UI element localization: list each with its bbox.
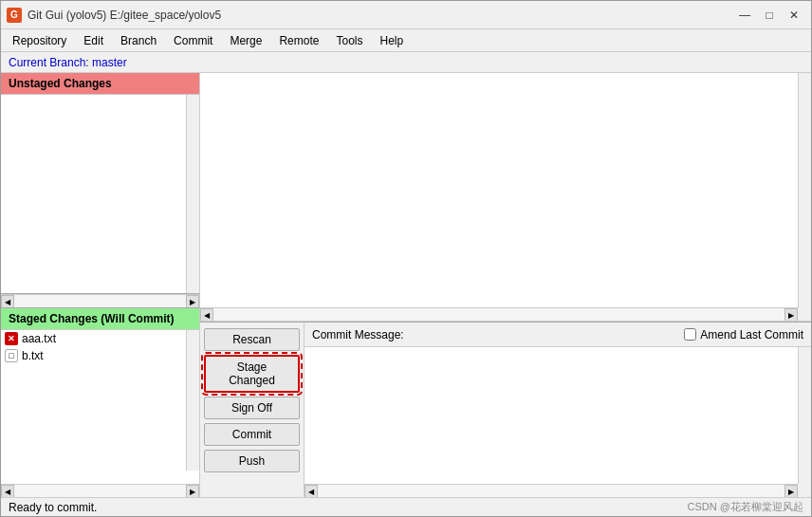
file-icon-modified: ✕ — [5, 332, 18, 345]
cm-scroll-left[interactable]: ◀ — [304, 485, 318, 497]
buttons-panel: Rescan Stage Changed Sign Off Commit Pus… — [200, 323, 304, 497]
watermark: CSDN @花若柳棠迎风起 — [688, 500, 803, 514]
file-name: b.txt — [22, 349, 44, 362]
commit-message-header: Commit Message: Amend Last Commit — [304, 323, 811, 347]
menu-item-merge[interactable]: Merge — [222, 32, 269, 49]
unstaged-section: Unstaged Changes ◀ ▶ — [1, 73, 199, 307]
diff-scroll-right[interactable]: ▶ — [784, 308, 798, 322]
window-title: Git Gui (yolov5) E:/gitee_space/yolov5 — [28, 9, 221, 22]
menu-item-commit[interactable]: Commit — [166, 32, 220, 49]
staged-file-list[interactable]: ✕ aaa.txt □ b.txt — [1, 330, 199, 484]
status-bar: Ready to commit. CSDN @花若柳棠迎风起 — [1, 497, 811, 516]
menu-item-help[interactable]: Help — [372, 32, 411, 49]
diff-content[interactable] — [200, 73, 798, 307]
scroll-right-arrow-staged[interactable]: ▶ — [186, 485, 199, 497]
branch-bar: Current Branch: master — [1, 52, 811, 73]
app-icon: G — [7, 8, 22, 23]
status-text: Ready to commit. — [9, 501, 97, 514]
diff-h-track — [213, 308, 784, 322]
push-button[interactable]: Push — [204, 450, 300, 472]
diff-scrollbar-h[interactable]: ◀ ▶ — [200, 307, 798, 321]
menu-item-branch[interactable]: Branch — [113, 32, 164, 49]
unstaged-scrollbar-h[interactable]: ◀ ▶ — [1, 294, 199, 307]
menu-item-tools[interactable]: Tools — [328, 32, 370, 49]
scroll-left-arrow-staged[interactable]: ◀ — [1, 485, 14, 497]
staged-scrollbar-h[interactable]: ◀ ▶ — [1, 484, 199, 497]
unstaged-header: Unstaged Changes — [1, 73, 199, 95]
diff-scroll-left[interactable]: ◀ — [200, 308, 213, 322]
staged-scrollbar-v[interactable] — [186, 330, 199, 471]
cm-h-track — [318, 485, 784, 497]
left-panel: Unstaged Changes ◀ ▶ Staged Changes (Wil… — [1, 73, 200, 497]
diff-scrollbar-v[interactable] — [798, 73, 811, 307]
cm-scrollbar-h[interactable]: ◀ ▶ — [304, 484, 798, 497]
amend-label: Amend Last Commit — [700, 328, 803, 342]
stage-changed-button[interactable]: Stage Changed — [204, 355, 300, 393]
right-panel: ◀ ▶ Rescan Stage Changed Sign Off Commit… — [200, 73, 811, 497]
close-button[interactable]: ✕ — [783, 7, 805, 24]
h-scroll-track — [14, 295, 186, 307]
diff-h-scroll-container: ◀ ▶ — [200, 308, 798, 322]
staged-header: Staged Changes (Will Commit) — [1, 307, 199, 330]
maximize-button[interactable]: □ — [758, 7, 781, 24]
diff-area: ◀ ▶ — [200, 73, 811, 322]
title-bar: G Git Gui (yolov5) E:/gitee_space/yolov5… — [1, 1, 811, 29]
unstaged-scrollbar-v[interactable] — [186, 95, 199, 293]
file-icon-new: □ — [5, 349, 18, 362]
minimize-button[interactable]: — — [733, 7, 756, 24]
menu-item-remote[interactable]: Remote — [271, 32, 326, 49]
scroll-left-arrow[interactable]: ◀ — [1, 295, 14, 308]
commit-section: Rescan Stage Changed Sign Off Commit Pus… — [200, 322, 811, 497]
staged-section: Staged Changes (Will Commit) ✕ aaa.txt □… — [1, 307, 199, 497]
diff-corner — [798, 307, 811, 321]
title-bar-left: G Git Gui (yolov5) E:/gitee_space/yolov5 — [7, 8, 221, 23]
menu-bar: RepositoryEditBranchCommitMergeRemoteToo… — [1, 29, 811, 52]
rescan-button[interactable]: Rescan — [204, 328, 300, 351]
list-item[interactable]: ✕ aaa.txt — [1, 330, 199, 347]
cm-scroll-right[interactable]: ▶ — [784, 485, 798, 497]
menu-item-edit[interactable]: Edit — [76, 32, 111, 49]
h-scroll-track-staged — [14, 485, 186, 497]
window-controls: — □ ✕ — [733, 7, 805, 24]
amend-checkbox-row[interactable]: Amend Last Commit — [684, 328, 803, 342]
current-branch-label: Current Branch: master — [9, 56, 127, 69]
amend-checkbox[interactable] — [684, 328, 696, 341]
main-window: G Git Gui (yolov5) E:/gitee_space/yolov5… — [0, 0, 812, 517]
cm-h-scroll-container: ◀ ▶ — [304, 485, 798, 497]
commit-message-input[interactable] — [304, 347, 798, 484]
scroll-right-arrow[interactable]: ▶ — [186, 295, 199, 308]
main-content: Unstaged Changes ◀ ▶ Staged Changes (Wil… — [1, 73, 811, 497]
cm-scrollbar-v[interactable] — [798, 347, 811, 484]
menu-item-repository[interactable]: Repository — [5, 32, 74, 49]
unstaged-file-list[interactable] — [1, 95, 199, 294]
list-item[interactable]: □ b.txt — [1, 347, 199, 364]
commit-message-wrapper: ◀ ▶ — [304, 347, 811, 497]
file-name: aaa.txt — [22, 332, 56, 345]
commit-message-label: Commit Message: — [312, 328, 404, 342]
commit-button[interactable]: Commit — [204, 423, 300, 446]
commit-message-area: Commit Message: Amend Last Commit ◀ — [304, 323, 811, 497]
sign-off-button[interactable]: Sign Off — [204, 397, 300, 419]
